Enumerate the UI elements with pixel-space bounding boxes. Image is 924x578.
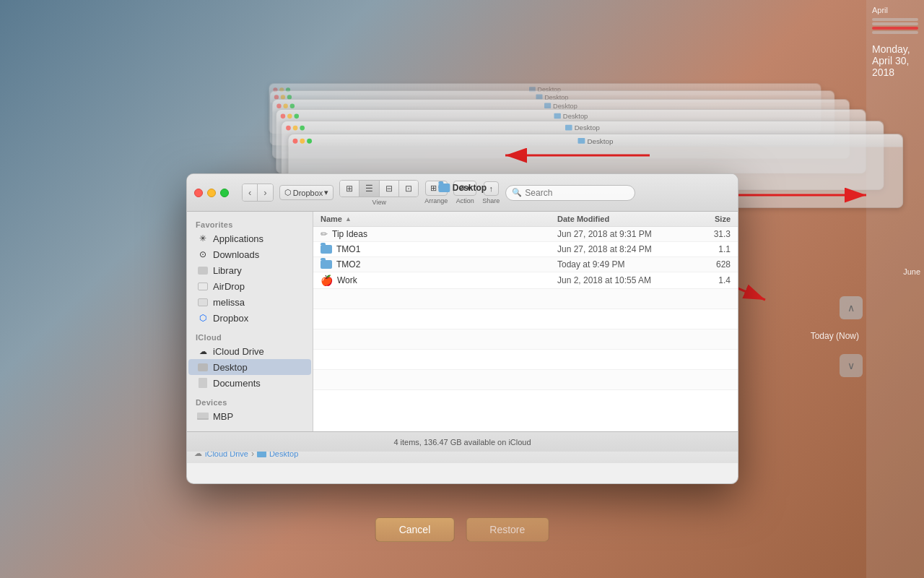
- dropbox-label: Dropbox: [293, 189, 323, 197]
- dropbox-button[interactable]: ⬡ Dropbox ▾: [279, 185, 334, 200]
- airdrop-label: AirDrop: [213, 281, 245, 292]
- action-label: Action: [456, 197, 474, 204]
- dropdown-arrow: ▾: [324, 188, 328, 197]
- file-list: Name ▲ Date Modified Size ✏ Tip Ideas Ju…: [313, 212, 738, 431]
- gallery-view-button[interactable]: ⊡: [399, 181, 418, 197]
- finder-content: Favorites ✳ Applications ⊙ Downloads Lib…: [187, 212, 738, 431]
- sidebar-item-documents[interactable]: Documents: [188, 375, 311, 391]
- view-buttons[interactable]: ⊞ ☰ ⊟ ⊡: [339, 180, 419, 197]
- file-date-tmo2: Today at 9:49 PM: [557, 259, 687, 269]
- tmo1-folder-icon: [321, 245, 332, 254]
- calendar-april-label: April: [866, 0, 924, 17]
- ghost-title-2: Desktop: [578, 137, 614, 144]
- col-date-header[interactable]: Date Modified: [557, 215, 687, 223]
- tip-ideas-icon: ✏: [321, 229, 328, 239]
- downloads-icon: ⊙: [197, 249, 209, 260]
- search-input[interactable]: [525, 188, 629, 198]
- ghost-dot-yellow-5: [283, 103, 287, 108]
- ghost-dot-green-2: [307, 138, 312, 143]
- search-box[interactable]: 🔍: [505, 185, 635, 201]
- sidebar-item-library[interactable]: Library: [188, 262, 311, 278]
- file-name-tmo2: TMO2: [321, 259, 557, 269]
- status-text: 4 items, 136.47 GB available on iCloud: [194, 438, 731, 447]
- sidebar-item-mbp[interactable]: MBP: [188, 408, 311, 424]
- melissa-label: melissa: [213, 297, 245, 308]
- view-group: ⊞ ☰ ⊟ ⊡ View: [339, 180, 419, 206]
- file-date-tip-ideas: Jun 27, 2018 at 9:31 PM: [557, 229, 687, 239]
- bottom-buttons: Cancel Restore: [375, 517, 549, 542]
- ghost-dots-5: [276, 103, 295, 108]
- applications-label: Applications: [213, 233, 263, 244]
- scroll-down-button[interactable]: ∨: [840, 354, 863, 377]
- file-size-tip-ideas: 31.3: [687, 229, 731, 239]
- share-icon: ↑: [489, 184, 494, 193]
- empty-row-1: [313, 289, 738, 309]
- sidebar-item-airdrop[interactable]: AirDrop: [188, 278, 311, 294]
- ghost-dot-red-2: [293, 138, 298, 143]
- ghost-dot-green-5: [290, 103, 295, 108]
- file-size-tmo2: 628: [687, 259, 731, 269]
- dropbox-toolbar-group: ⬡ Dropbox ▾: [279, 185, 334, 200]
- finder-titlebar: ‹ › ⬡ Dropbox ▾ ⊞ ☰ ⊟: [187, 174, 738, 212]
- finder-window-title: Desktop: [438, 183, 487, 193]
- tmo2-folder-icon: [321, 260, 332, 269]
- ghost-dots-4: [281, 113, 299, 118]
- list-view-button[interactable]: ☰: [359, 181, 380, 197]
- empty-row-4: [313, 350, 738, 370]
- ghost-title-3: Desktop: [565, 124, 600, 131]
- sidebar-item-melissa[interactable]: melissa: [188, 294, 311, 310]
- ghost-title-5: Desktop: [544, 102, 578, 109]
- minimize-button[interactable]: [207, 189, 216, 197]
- documents-label: Documents: [213, 378, 261, 389]
- restore-button[interactable]: Restore: [466, 517, 549, 542]
- devices-section-label: Devices: [187, 395, 313, 408]
- traffic-lights: [194, 189, 229, 197]
- file-name-tmo1: TMO1: [321, 244, 557, 254]
- documents-icon: [197, 377, 209, 389]
- share-label: Share: [482, 197, 500, 204]
- cancel-button[interactable]: Cancel: [375, 517, 455, 542]
- file-name-work: 🍎 Work: [321, 275, 557, 286]
- sidebar-item-dropbox[interactable]: ⬡ Dropbox: [188, 310, 311, 326]
- calendar-june-label: June: [903, 267, 920, 276]
- calendar-bar-today: [872, 27, 918, 30]
- window-title-text: Desktop: [453, 183, 487, 193]
- ghost-dot-red-5: [276, 103, 281, 108]
- back-forward-nav[interactable]: ‹ ›: [242, 184, 274, 202]
- column-view-button[interactable]: ⊟: [380, 181, 399, 197]
- file-row-tmo1[interactable]: TMO1 Jun 27, 2018 at 8:24 PM 1.1: [313, 242, 738, 257]
- sidebar-item-applications[interactable]: ✳ Applications: [188, 230, 311, 246]
- empty-row-5: [313, 370, 738, 390]
- downloads-label: Downloads: [213, 249, 259, 260]
- dropbox-sidebar-label: Dropbox: [213, 313, 248, 324]
- icon-view-button[interactable]: ⊞: [340, 181, 359, 197]
- sidebar-item-downloads[interactable]: ⊙ Downloads: [188, 246, 311, 262]
- col-name-header[interactable]: Name ▲: [321, 215, 557, 223]
- file-size-tmo1: 1.1: [687, 244, 731, 254]
- today-label: Today (Now): [811, 331, 859, 341]
- file-list-header: Name ▲ Date Modified Size: [313, 212, 738, 227]
- forward-button[interactable]: ›: [258, 184, 272, 201]
- file-date-work: Jun 2, 2018 at 10:55 AM: [557, 275, 687, 285]
- dropbox-icon: ⬡: [284, 188, 292, 197]
- file-size-work: 1.4: [687, 275, 731, 285]
- work-icon: 🍎: [321, 275, 333, 286]
- file-row-work[interactable]: 🍎 Work Jun 2, 2018 at 10:55 AM 1.4: [313, 272, 738, 289]
- desktop-sidebar-label: Desktop: [213, 362, 248, 373]
- finder-sidebar: Favorites ✳ Applications ⊙ Downloads Lib…: [187, 212, 313, 431]
- file-row-tmo2[interactable]: TMO2 Today at 9:49 PM 628: [313, 257, 738, 272]
- calendar-bar-3: [872, 31, 918, 34]
- ghost-dot-yellow-2: [300, 138, 305, 143]
- close-button[interactable]: [194, 189, 203, 197]
- sidebar-item-icloud-drive[interactable]: ☁ iCloud Drive: [188, 343, 311, 359]
- library-label: Library: [213, 265, 242, 276]
- maximize-button[interactable]: [220, 189, 229, 197]
- scroll-up-button[interactable]: ∧: [840, 296, 863, 319]
- ghost-dot-red-4: [281, 113, 286, 118]
- sidebar-item-desktop[interactable]: Desktop: [188, 359, 311, 375]
- file-row-tip-ideas[interactable]: ✏ Tip Ideas Jun 27, 2018 at 9:31 PM 31.3: [313, 227, 738, 242]
- file-date-tmo1: Jun 27, 2018 at 8:24 PM: [557, 244, 687, 254]
- col-size-header[interactable]: Size: [687, 215, 731, 223]
- back-button[interactable]: ‹: [243, 184, 258, 201]
- desktop-sidebar-icon: [197, 361, 209, 373]
